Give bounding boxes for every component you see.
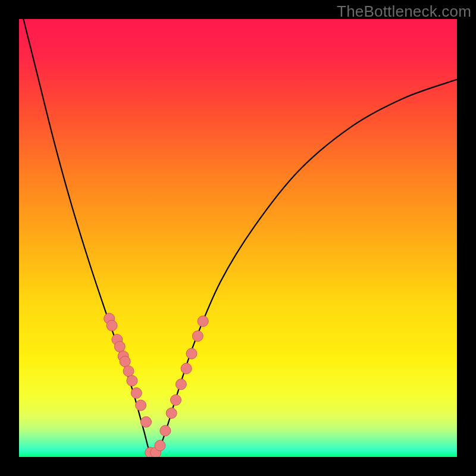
highlighted-point <box>181 363 192 374</box>
highlighted-point <box>140 416 151 427</box>
highlighted-point <box>123 366 134 377</box>
highlighted-point <box>120 356 130 367</box>
highlighted-point <box>160 425 171 436</box>
highlighted-point <box>155 440 165 451</box>
highlighted-point <box>131 388 142 399</box>
highlighted-point <box>127 375 137 386</box>
watermark-text: TheBottleneck.com <box>337 2 471 21</box>
curve-layer <box>19 19 457 457</box>
highlighted-point <box>192 331 203 342</box>
bottleneck-curve <box>23 19 457 454</box>
chart-stage: TheBottleneck.com <box>0 0 476 476</box>
highlighted-point <box>186 348 197 359</box>
highlighted-point <box>176 379 186 390</box>
highlighted-point <box>166 408 177 418</box>
highlighted-point <box>107 320 117 331</box>
plot-area <box>19 19 457 457</box>
highlighted-point <box>198 316 208 327</box>
highlighted-point <box>170 394 181 405</box>
highlighted-point <box>114 342 125 352</box>
highlighted-point <box>136 400 146 411</box>
highlighted-points-group <box>104 313 209 457</box>
